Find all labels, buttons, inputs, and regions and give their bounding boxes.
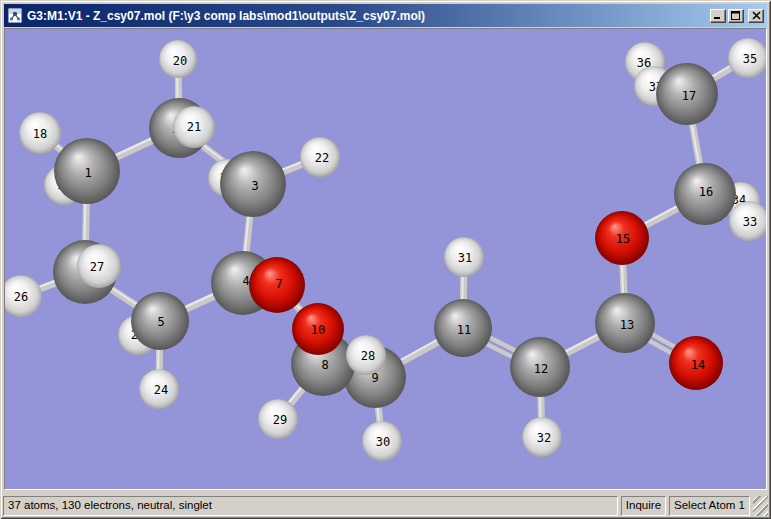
atom-label-O15: 15 [616, 232, 630, 246]
maximize-icon [731, 11, 741, 20]
close-icon [752, 11, 761, 20]
molecule-canvas[interactable]: 1911822120233226272625524479810282930113… [5, 29, 766, 489]
atom-label-C12: 12 [534, 362, 548, 376]
atom-label-H29: 29 [273, 413, 287, 427]
atom-label-H18: 18 [33, 127, 47, 141]
status-selection: Select Atom 1 [669, 496, 750, 516]
atom-label-C8: 8 [321, 358, 328, 372]
atom-label-C4: 4 [242, 274, 249, 288]
minimize-button[interactable] [710, 9, 726, 23]
minimize-icon [713, 11, 723, 20]
atom-label-H33: 33 [743, 215, 757, 229]
atom-label-H35: 35 [743, 52, 757, 66]
atom-label-C1: 1 [84, 166, 91, 180]
atom-label-H21: 21 [187, 120, 201, 134]
atom-label-H31: 31 [458, 251, 472, 265]
atom-label-H30: 30 [376, 435, 390, 449]
atom-label-H24: 24 [154, 383, 168, 397]
atom-label-H28: 28 [361, 349, 375, 363]
atom-label-O14: 14 [691, 358, 705, 372]
maximize-button[interactable] [728, 9, 744, 23]
molecule-viewport[interactable]: 1911822120233226272625524479810282930113… [4, 28, 767, 490]
gaussview-molecule-window: G3:M1:V1 - Z_csy07.mol (F:\y3 comp labs\… [0, 0, 771, 519]
atom-label-H20: 20 [173, 54, 187, 68]
atom-label-C11: 11 [457, 323, 471, 337]
atom-label-C3: 3 [251, 179, 258, 193]
atoms-layer: 1911822120233226272625524479810282930113… [5, 38, 766, 461]
atom-label-C16: 16 [699, 185, 713, 199]
atom-label-C17: 17 [682, 89, 696, 103]
status-molecule-info: 37 atoms, 130 electrons, neutral, single… [3, 496, 618, 516]
atom-label-C5: 5 [157, 315, 164, 329]
atom-label-O7: 7 [275, 277, 282, 291]
close-button[interactable] [748, 9, 764, 23]
atom-label-H32: 32 [537, 431, 551, 445]
window-title: G3:M1:V1 - Z_csy07.mol (F:\y3 comp labs\… [27, 9, 708, 23]
atom-label-H27: 27 [90, 260, 104, 274]
status-mode: Inquire [621, 496, 666, 516]
atom-label-O10: 10 [311, 323, 325, 337]
resize-grip-icon[interactable] [753, 496, 768, 516]
atom-label-C13: 13 [620, 318, 634, 332]
app-icon[interactable] [7, 8, 23, 24]
statusbar: 37 atoms, 130 electrons, neutral, single… [3, 496, 768, 516]
atom-label-H26: 26 [14, 290, 28, 304]
atom-label-H22: 22 [315, 151, 329, 165]
titlebar[interactable]: G3:M1:V1 - Z_csy07.mol (F:\y3 comp labs\… [4, 4, 767, 27]
